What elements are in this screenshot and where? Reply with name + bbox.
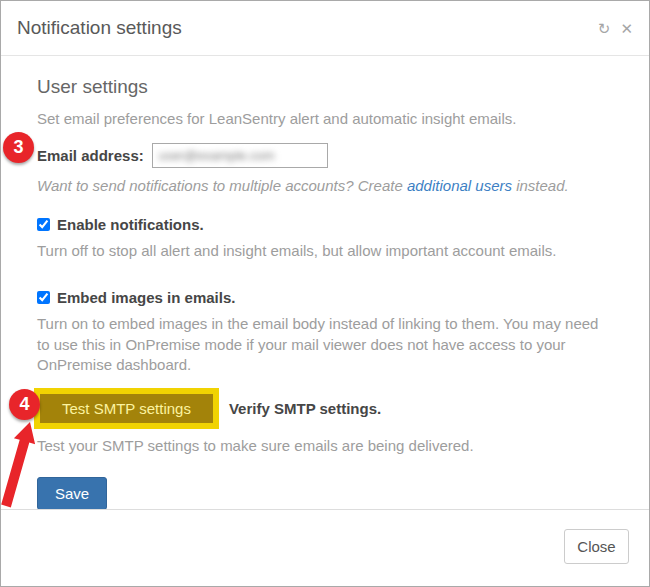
close-button[interactable]: Close — [564, 529, 629, 564]
dialog-footer: Close — [1, 509, 649, 587]
embed-images-help: Turn on to embed images in the email bod… — [37, 314, 613, 375]
note-suffix: instead. — [512, 177, 569, 194]
multiple-accounts-note: Want to send notifications to multiple a… — [37, 177, 613, 194]
email-address-label: Email address: — [37, 147, 144, 164]
enable-notifications-label: Enable notifications. — [57, 216, 204, 233]
smtp-help-text: Test your SMTP settings to make sure ema… — [37, 436, 613, 456]
dialog-title: Notification settings — [17, 17, 182, 39]
dialog-body: User settings Set email preferences for … — [1, 56, 649, 509]
embed-images-label: Embed images in emails. — [57, 289, 235, 306]
note-prefix: Want to send notifications to multiple a… — [37, 177, 407, 194]
header-icons: ↻ ✕ — [598, 21, 633, 36]
user-settings-heading: User settings — [37, 76, 613, 98]
email-value-blurred: user@example.com — [159, 148, 275, 163]
step-4-badge: 4 — [9, 389, 40, 420]
dialog-header: Notification settings ↻ ✕ — [1, 1, 649, 56]
step-3-badge: 3 — [3, 132, 34, 163]
email-input[interactable]: user@example.com — [152, 143, 328, 168]
additional-users-link[interactable]: additional users — [407, 177, 512, 194]
intro-text: Set email preferences for LeanSentry ale… — [37, 108, 613, 129]
embed-images-row: Embed images in emails. — [37, 289, 613, 306]
notification-settings-dialog: Notification settings ↻ ✕ User settings … — [0, 0, 650, 587]
save-button[interactable]: Save — [37, 477, 107, 509]
email-row: Email address: user@example.com — [37, 143, 613, 168]
refresh-icon[interactable]: ↻ — [598, 21, 611, 36]
smtp-row: Test SMTP settings Verify SMTP settings. — [34, 388, 613, 429]
test-smtp-settings-button[interactable]: Test SMTP settings — [40, 394, 213, 423]
verify-smtp-label: Verify SMTP settings. — [229, 400, 381, 417]
close-icon[interactable]: ✕ — [620, 21, 633, 36]
enable-notifications-checkbox[interactable] — [37, 218, 50, 231]
smtp-button-highlight: Test SMTP settings — [34, 388, 219, 429]
enable-notifications-help: Turn off to stop all alert and insight e… — [37, 241, 613, 261]
enable-notifications-row: Enable notifications. — [37, 216, 613, 233]
embed-images-checkbox[interactable] — [37, 291, 50, 304]
